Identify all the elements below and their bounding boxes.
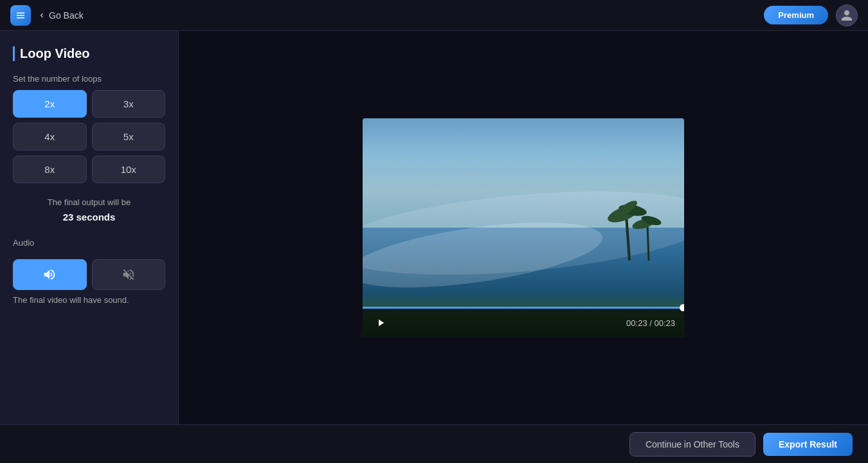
output-seconds: 23 seconds xyxy=(13,210,165,225)
loop-btn-4x[interactable]: 4x xyxy=(13,123,87,150)
loop-btn-2x[interactable]: 2x xyxy=(13,90,87,118)
palm-trees-decoration xyxy=(591,196,668,260)
loops-section: Set the number of loops 2x 3x 4x 5x 8x 1… xyxy=(13,74,165,183)
header-left: Go Back xyxy=(10,5,84,26)
play-button[interactable] xyxy=(372,314,390,332)
loops-section-label: Set the number of loops xyxy=(13,74,165,84)
progress-bar-fill xyxy=(363,307,684,309)
header: Go Back Premium xyxy=(0,0,868,31)
loop-btn-3x[interactable]: 3x xyxy=(92,90,166,118)
audio-section-label: Audio xyxy=(13,238,165,248)
video-controls: 00:23 / 00:23 xyxy=(363,309,684,337)
audio-volume-button[interactable] xyxy=(13,259,87,290)
svg-line-4 xyxy=(647,225,649,260)
sidebar: Loop Video Set the number of loops 2x 3x… xyxy=(0,31,179,424)
bottom-bar: Continue in Other Tools Export Result xyxy=(0,424,868,463)
main-layout: Loop Video Set the number of loops 2x 3x… xyxy=(0,31,868,424)
output-info: The final output will be 23 seconds xyxy=(13,196,165,225)
go-back-label: Go Back xyxy=(49,10,84,21)
app-logo xyxy=(10,5,31,26)
output-info-line1: The final output will be xyxy=(13,196,165,210)
avatar[interactable] xyxy=(836,5,858,26)
video-player[interactable]: 00:23 / 00:23 xyxy=(363,118,684,337)
progress-bar-container[interactable] xyxy=(363,307,684,309)
continue-other-tools-button[interactable]: Continue in Other Tools xyxy=(629,432,755,457)
video-scene xyxy=(363,118,684,337)
time-display: 00:23 / 00:23 xyxy=(626,318,675,328)
loops-grid: 2x 3x 4x 5x 8x 10x xyxy=(13,90,165,183)
loop-btn-5x[interactable]: 5x xyxy=(92,123,166,150)
audio-grid xyxy=(13,259,165,290)
loop-btn-10x[interactable]: 10x xyxy=(92,156,166,183)
sidebar-title: Loop Video xyxy=(13,46,165,61)
audio-info: The final video will have sound. xyxy=(13,295,165,305)
audio-section: Audio The final video will have sound. xyxy=(13,238,165,305)
content-area: 00:23 / 00:23 xyxy=(179,31,868,424)
audio-mute-button[interactable] xyxy=(92,259,166,290)
loop-btn-8x[interactable]: 8x xyxy=(13,156,87,183)
go-back-button[interactable]: Go Back xyxy=(37,10,84,21)
export-result-button[interactable]: Export Result xyxy=(763,433,853,456)
premium-button[interactable]: Premium xyxy=(764,6,828,24)
progress-dot xyxy=(680,304,684,311)
svg-line-0 xyxy=(626,215,629,260)
